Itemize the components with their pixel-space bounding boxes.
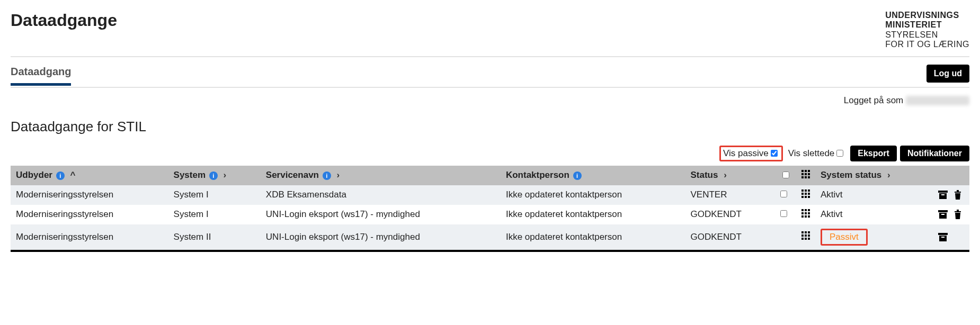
svg-rect-25 xyxy=(808,209,810,211)
col-udbyder[interactable]: Udbyder i ^ xyxy=(11,166,168,185)
svg-rect-42 xyxy=(808,234,810,237)
col-system-status-label: System status xyxy=(821,170,881,180)
svg-rect-2 xyxy=(808,170,810,172)
export-button[interactable]: Eksport xyxy=(850,146,897,161)
grid-icon[interactable] xyxy=(801,189,810,198)
svg-rect-4 xyxy=(805,173,807,175)
show-passive-label: Vis passive xyxy=(723,148,769,159)
svg-rect-30 xyxy=(805,215,807,218)
brand-line3: STYRELSEN xyxy=(885,30,969,40)
logout-button[interactable]: Log ud xyxy=(926,65,969,83)
select-all-checkbox[interactable] xyxy=(782,171,789,178)
logged-in-prefix: Logget på som xyxy=(844,95,903,105)
info-icon[interactable]: i xyxy=(209,171,218,180)
col-select[interactable] xyxy=(775,166,796,185)
sort-icon[interactable]: › xyxy=(887,170,890,180)
col-system-label: System xyxy=(174,170,206,180)
svg-rect-7 xyxy=(805,176,807,178)
col-kontaktperson[interactable]: Kontaktperson i xyxy=(501,166,685,185)
col-actions xyxy=(932,166,969,185)
cell-udbyder: Moderniseringsstyrelsen xyxy=(11,224,168,250)
svg-rect-32 xyxy=(938,210,948,212)
svg-rect-6 xyxy=(801,176,804,178)
cell-grid xyxy=(796,224,815,250)
svg-rect-40 xyxy=(801,234,804,237)
svg-rect-41 xyxy=(805,234,807,237)
svg-rect-5 xyxy=(808,173,810,175)
show-deleted-checkbox[interactable] xyxy=(836,150,843,157)
svg-rect-28 xyxy=(808,212,810,214)
cell-system: System I xyxy=(168,205,261,224)
col-grid xyxy=(796,166,815,185)
brand-line2: MINISTERIET xyxy=(885,20,969,30)
cell-servicenavn: UNI-Login eksport (ws17) - myndighed xyxy=(261,205,501,224)
grid-icon[interactable] xyxy=(801,170,810,178)
cell-servicenavn: XDB Eksamensdata xyxy=(261,185,501,205)
svg-rect-15 xyxy=(801,196,804,198)
svg-rect-8 xyxy=(808,176,810,178)
svg-rect-24 xyxy=(805,209,807,211)
svg-rect-12 xyxy=(801,193,804,195)
grid-icon[interactable] xyxy=(801,231,810,240)
table-row: ModerniseringsstyrelsenSystem IIUNI-Logi… xyxy=(11,224,969,250)
sort-icon[interactable]: › xyxy=(724,170,727,180)
cell-actions xyxy=(932,185,969,205)
show-passive-filter[interactable]: Vis passive xyxy=(719,146,783,161)
svg-rect-18 xyxy=(938,191,948,193)
svg-rect-38 xyxy=(805,231,807,233)
col-udbyder-label: Udbyder xyxy=(16,170,52,180)
archive-icon[interactable] xyxy=(938,190,948,200)
grid-icon[interactable] xyxy=(801,209,810,218)
svg-rect-0 xyxy=(801,170,804,172)
info-icon[interactable]: i xyxy=(56,171,65,180)
cell-grid xyxy=(796,185,815,205)
archive-icon[interactable] xyxy=(938,232,948,242)
svg-rect-11 xyxy=(808,189,810,192)
svg-rect-10 xyxy=(805,189,807,192)
svg-rect-34 xyxy=(941,214,945,215)
svg-rect-35 xyxy=(955,211,961,212)
table-header-row: Udbyder i ^ System i › Servicenavn i › K… xyxy=(11,166,969,185)
svg-rect-43 xyxy=(801,238,804,240)
col-system[interactable]: System i › xyxy=(168,166,261,185)
brand-line1: UNDERVISNINGS xyxy=(885,11,969,20)
svg-rect-1 xyxy=(805,170,807,172)
info-icon[interactable]: i xyxy=(323,171,331,180)
table-row: ModerniseringsstyrelsenSystem IUNI-Login… xyxy=(11,205,969,224)
sort-icon[interactable]: › xyxy=(224,170,227,180)
sort-asc-icon[interactable]: ^ xyxy=(70,170,75,180)
notifications-button[interactable]: Notifikationer xyxy=(900,146,969,161)
page-title: Dataadgange xyxy=(11,11,117,30)
svg-rect-23 xyxy=(801,209,804,211)
show-passive-checkbox[interactable] xyxy=(771,150,778,157)
archive-icon[interactable] xyxy=(938,210,948,219)
row-select-checkbox[interactable] xyxy=(780,191,787,197)
show-deleted-filter[interactable]: Vis slettede xyxy=(786,147,848,160)
col-servicenavn[interactable]: Servicenavn i › xyxy=(261,166,501,185)
table-end-rule xyxy=(11,250,969,252)
svg-rect-13 xyxy=(805,193,807,195)
col-system-status[interactable]: System status › xyxy=(815,166,932,185)
sort-icon[interactable]: › xyxy=(336,170,340,180)
svg-rect-44 xyxy=(805,238,807,240)
col-status[interactable]: Status › xyxy=(685,166,774,185)
info-icon[interactable]: i xyxy=(573,171,582,180)
trash-icon[interactable] xyxy=(954,190,964,200)
svg-rect-36 xyxy=(957,210,959,211)
tab-dataadgang[interactable]: Dataadgang xyxy=(11,66,71,86)
cell-actions xyxy=(932,205,969,224)
brand-logo: UNDERVISNINGS MINISTERIET STYRELSEN FOR … xyxy=(885,11,969,50)
svg-rect-20 xyxy=(941,194,945,195)
table-row: ModerniseringsstyrelsenSystem IXDB Eksam… xyxy=(11,185,969,205)
section-heading: Dataadgange for STIL xyxy=(11,119,969,135)
svg-rect-37 xyxy=(801,231,804,233)
svg-rect-26 xyxy=(801,212,804,214)
svg-rect-16 xyxy=(805,196,807,198)
cell-kontaktperson: Ikke opdateret kontaktperson xyxy=(501,224,685,250)
trash-icon[interactable] xyxy=(954,210,964,219)
row-select-checkbox[interactable] xyxy=(780,210,787,217)
svg-rect-22 xyxy=(957,190,959,192)
svg-rect-17 xyxy=(808,196,810,198)
cell-system-status: Aktivt xyxy=(815,185,932,205)
svg-rect-3 xyxy=(801,173,804,175)
